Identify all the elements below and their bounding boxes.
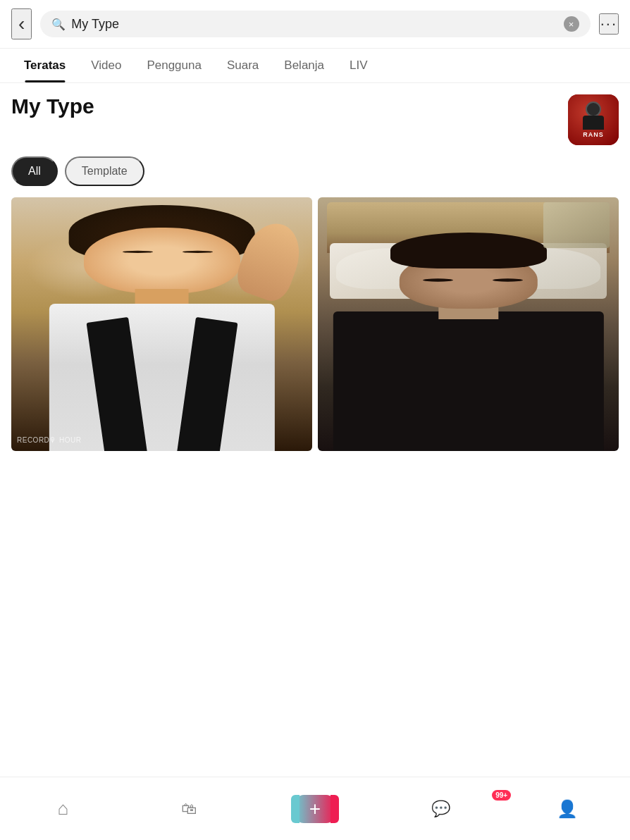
video-card-2[interactable] <box>318 197 619 451</box>
profile-icon: 👤 <box>557 799 578 819</box>
rans-figure <box>583 101 604 130</box>
video-grid: RECORD🎙 HOUR <box>11 197 619 451</box>
video-card-1[interactable]: RECORD🎙 HOUR <box>11 197 312 451</box>
section-title: My Type <box>11 94 94 118</box>
filter-all-button[interactable]: All <box>11 156 58 186</box>
search-input-container[interactable]: 🔍 My Type × <box>40 11 590 37</box>
tab-suara[interactable]: Suara <box>214 49 271 82</box>
video-thumb-right-bg <box>318 197 619 451</box>
tab-pengguna[interactable]: Pengguna <box>134 49 214 82</box>
eye-right <box>183 251 213 253</box>
bottom-nav: ⌂ 🛍 + 💬 99+ 👤 <box>0 777 630 840</box>
section-header: My Type RANS <box>11 94 619 145</box>
rans-avatar[interactable]: RANS <box>568 94 619 145</box>
rans-head-shape <box>586 101 601 117</box>
inbox-badge: 99+ <box>492 790 511 801</box>
watermark-1: RECORD🎙 HOUR <box>17 436 82 444</box>
tab-live[interactable]: LIV <box>337 49 381 82</box>
more-options-button[interactable]: ··· <box>599 13 619 35</box>
body-dark <box>333 311 603 451</box>
nav-home[interactable]: ⌂ <box>0 792 126 825</box>
window-shape <box>543 202 610 248</box>
rans-body-shape <box>583 116 604 130</box>
filter-template-button[interactable]: Template <box>65 156 144 186</box>
filter-pills: All Template <box>11 156 619 186</box>
body-outfit <box>49 304 274 451</box>
rans-label: RANS <box>583 131 604 138</box>
content-spacer <box>11 451 619 521</box>
back-button[interactable]: ‹ <box>11 8 32 39</box>
tabs-bar: Teratas Video Pengguna Suara Belanja LIV <box>0 49 630 83</box>
tab-teratas[interactable]: Teratas <box>11 49 78 82</box>
main-content: My Type RANS All Template <box>0 83 630 521</box>
hair-right-shape <box>390 233 546 268</box>
shop-icon: 🛍 <box>181 800 197 818</box>
nav-inbox[interactable]: 💬 99+ <box>378 794 504 824</box>
nav-add[interactable]: + <box>252 789 378 829</box>
face-shape <box>83 228 240 294</box>
home-icon: ⌂ <box>58 798 69 820</box>
tab-belanja[interactable]: Belanja <box>271 49 337 82</box>
search-clear-button[interactable]: × <box>564 16 579 32</box>
nav-profile[interactable]: 👤 <box>504 793 630 824</box>
add-icon: + <box>309 798 321 820</box>
search-bar: ‹ 🔍 My Type × ··· <box>0 0 630 49</box>
nav-shop[interactable]: 🛍 <box>126 794 252 824</box>
video-thumb-left-bg <box>11 197 312 451</box>
search-icon: 🔍 <box>51 18 66 31</box>
tab-video[interactable]: Video <box>78 49 134 82</box>
search-query-text: My Type <box>71 17 557 32</box>
add-button[interactable]: + <box>295 795 335 823</box>
eye-left <box>123 251 153 253</box>
inbox-icon: 💬 <box>431 800 450 818</box>
